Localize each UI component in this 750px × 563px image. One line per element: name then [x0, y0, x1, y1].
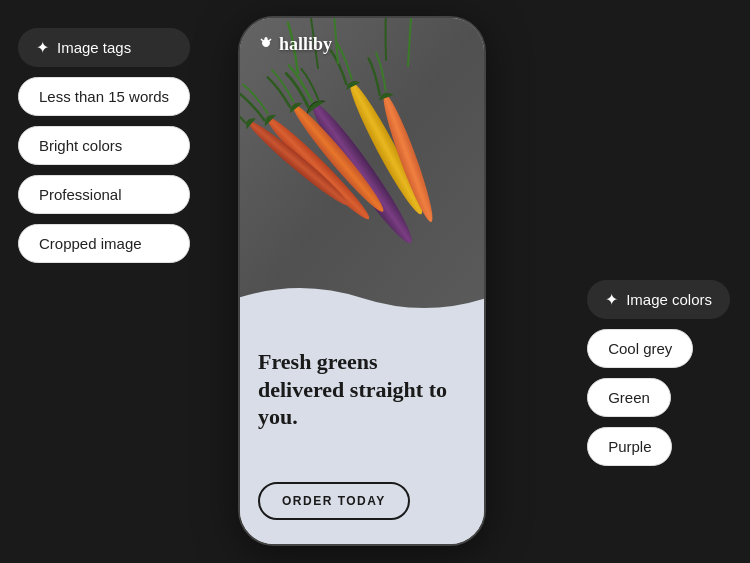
left-tags-panel: ✦ Image tags Less than 15 words Bright c…	[18, 28, 190, 263]
right-colors-panel: ✦ Image colors Cool grey Green Purple	[587, 280, 730, 466]
image-tags-badge: ✦ Image tags	[18, 28, 190, 67]
phone-headline: Fresh greens delivered straight to you.	[258, 348, 466, 431]
color-label: Purple	[608, 438, 651, 455]
phone-logo: halliby	[258, 34, 332, 55]
color-purple[interactable]: Purple	[587, 427, 672, 466]
sparkle-icon-right: ✦	[605, 290, 618, 309]
tag-label: Bright colors	[39, 137, 122, 154]
image-tags-label: Image tags	[57, 39, 131, 56]
tag-label: Cropped image	[39, 235, 142, 252]
phone-content-section: Fresh greens delivered straight to you. …	[240, 328, 484, 544]
image-colors-badge: ✦ Image colors	[587, 280, 730, 319]
tag-cropped-image[interactable]: Cropped image	[18, 224, 190, 263]
order-today-button[interactable]: ORDER TODAY	[258, 482, 410, 520]
color-green[interactable]: Green	[587, 378, 671, 417]
phone-mockup: halliby Fresh greens delivered straight …	[238, 16, 486, 546]
tag-less-than-15-words[interactable]: Less than 15 words	[18, 77, 190, 116]
phone-image-section: halliby	[240, 18, 484, 328]
tag-professional[interactable]: Professional	[18, 175, 190, 214]
tag-label: Professional	[39, 186, 122, 203]
color-cool-grey[interactable]: Cool grey	[587, 329, 693, 368]
tag-label: Less than 15 words	[39, 88, 169, 105]
sparkle-icon: ✦	[36, 38, 49, 57]
color-label: Cool grey	[608, 340, 672, 357]
phone-logo-text: halliby	[279, 34, 332, 55]
color-label: Green	[608, 389, 650, 406]
tag-bright-colors[interactable]: Bright colors	[18, 126, 190, 165]
svg-point-9	[265, 37, 268, 40]
image-colors-label: Image colors	[626, 291, 712, 308]
